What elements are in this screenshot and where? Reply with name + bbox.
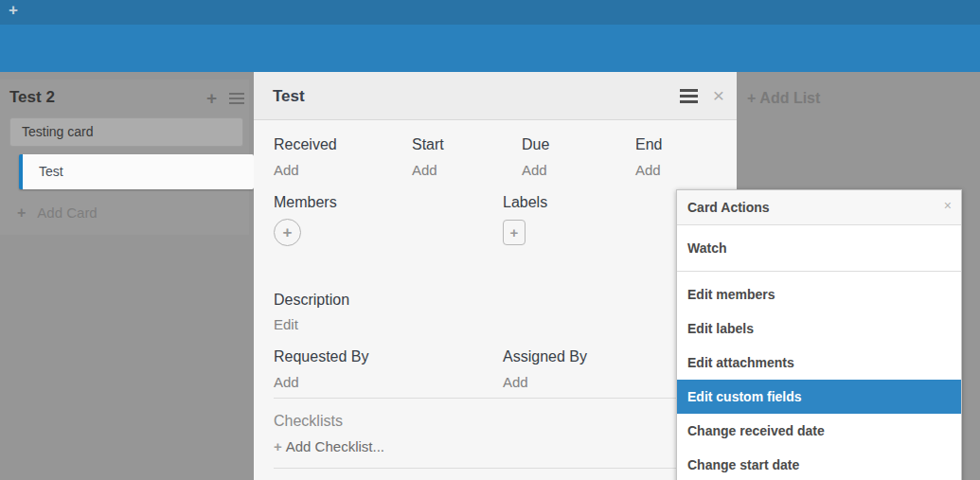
field-start: Start Add — [412, 136, 522, 178]
received-label: Received — [274, 136, 412, 153]
menu-item-change-received-date[interactable]: Change received date — [677, 414, 961, 448]
card-actions-menu-header: Card Actions × — [677, 190, 961, 225]
requested-by-label: Requested By — [274, 348, 503, 365]
menu-item-edit-members[interactable]: Edit members — [677, 277, 961, 311]
requested-assigned-row: Requested By Add Assigned By Add — [274, 348, 717, 390]
top-navigation-bar: + — [0, 0, 980, 25]
card-actions-menu-icon[interactable] — [680, 89, 698, 103]
menu-item-edit-labels[interactable]: Edit labels — [677, 311, 961, 346]
start-label: Start — [412, 136, 522, 153]
requested-by-add-link[interactable]: Add — [274, 374, 503, 390]
card-detail-title: Test — [273, 72, 305, 120]
start-add-link[interactable]: Add — [412, 162, 522, 178]
add-member-button[interactable]: + — [274, 219, 301, 246]
due-label: Due — [522, 136, 635, 153]
add-list-label: Add List — [759, 90, 820, 106]
add-checklist-label: Add Checklist... — [286, 438, 384, 454]
description-edit-link[interactable]: Edit — [274, 316, 717, 332]
field-due: Due Add — [522, 136, 635, 178]
close-icon[interactable]: × — [713, 85, 724, 106]
description-label: Description — [274, 292, 717, 309]
end-label: End — [635, 136, 717, 153]
end-add-link[interactable]: Add — [635, 162, 717, 178]
board-header-bar — [0, 25, 980, 72]
add-checklist-link[interactable]: +Add Checklist... — [274, 438, 717, 454]
field-received: Received Add — [274, 136, 412, 178]
menu-item-change-start-date[interactable]: Change start date — [677, 448, 961, 480]
close-icon[interactable]: × — [944, 198, 952, 213]
plus-icon: + — [17, 204, 26, 221]
received-add-link[interactable]: Add — [274, 162, 412, 178]
divider — [274, 468, 717, 469]
menu-item-watch[interactable]: Watch — [677, 225, 961, 272]
card-actions-menu: Card Actions × Watch Edit members Edit l… — [676, 189, 962, 480]
card-testing-card[interactable]: Testing card — [9, 117, 243, 147]
menu-item-edit-attachments[interactable]: Edit attachments — [677, 346, 961, 380]
card-actions-title: Card Actions — [687, 190, 770, 225]
members-section: Members + — [274, 194, 503, 246]
card-detail-body: Received Add Start Add Due Add End Add — [254, 136, 737, 469]
add-label-button[interactable]: + — [503, 220, 526, 245]
due-add-link[interactable]: Add — [522, 162, 635, 178]
list-menu-icon[interactable] — [229, 93, 244, 104]
checklists-label: Checklists — [274, 413, 717, 430]
card-detail-header: Test × — [254, 72, 737, 120]
menu-item-edit-custom-fields[interactable]: Edit custom fields — [677, 380, 961, 414]
list-add-icon[interactable]: + — [206, 88, 217, 109]
card-actions-list: Edit members Edit labels Edit attachment… — [677, 272, 961, 480]
date-fields-row: Received Add Start Add Due Add End Add — [274, 136, 717, 178]
description-section: Description Edit — [274, 292, 717, 332]
add-card-label: Add Card — [37, 204, 97, 221]
members-labels-row: Members + Labels + — [274, 194, 717, 246]
checklists-section: Checklists +Add Checklist... — [274, 413, 717, 454]
add-list-button[interactable]: +Add List — [747, 90, 820, 107]
requested-by-section: Requested By Add — [274, 348, 503, 390]
add-board-icon[interactable]: + — [9, 1, 18, 20]
add-card-button[interactable]: +Add Card — [17, 204, 98, 222]
plus-icon: + — [747, 90, 756, 106]
card-detail-modal: Test × Received Add Start Add Due Add — [254, 72, 737, 480]
plus-icon: + — [274, 438, 282, 454]
field-end: End Add — [635, 136, 717, 178]
list-title: Test 2 — [9, 88, 55, 107]
card-test-selected[interactable]: Test — [19, 154, 254, 189]
divider — [274, 398, 717, 399]
members-label: Members — [274, 194, 503, 211]
board-area: Test 2 + Testing card Test +Add Card +Ad… — [0, 72, 980, 480]
